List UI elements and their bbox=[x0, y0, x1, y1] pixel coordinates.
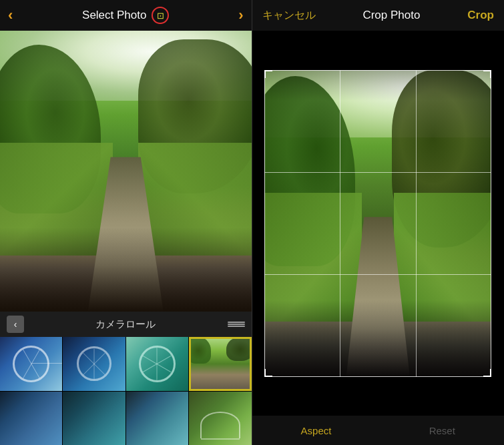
thumb-4-bg bbox=[189, 337, 251, 391]
crop-icon: ⊡ bbox=[157, 11, 164, 21]
gallery-header: ‹ カメラロール bbox=[0, 312, 252, 337]
main-photo-canvas bbox=[0, 31, 252, 312]
gallery-thumb-1[interactable] bbox=[0, 337, 62, 391]
gallery-area: ‹ カメラロール bbox=[0, 312, 252, 445]
crop-area[interactable] bbox=[252, 31, 505, 416]
crop-photo-title: Crop Photo bbox=[362, 9, 420, 22]
right-header: キャンセル Crop Photo Crop bbox=[252, 0, 505, 31]
ferris-wheel-icon-2 bbox=[63, 337, 125, 391]
thumb-8-content bbox=[189, 392, 251, 446]
title-area: Select Photo ⊡ bbox=[82, 0, 169, 31]
gallery-menu-button[interactable] bbox=[228, 322, 245, 327]
ferris-circle-2 bbox=[77, 346, 111, 381]
right-panel: キャンセル Crop Photo Crop bbox=[252, 0, 505, 445]
right-footer: Aspect Reset bbox=[252, 416, 505, 445]
gallery-thumb-4[interactable] bbox=[189, 337, 251, 391]
crop-photo-container bbox=[264, 70, 491, 377]
menu-line-2 bbox=[228, 324, 245, 325]
crop-button[interactable]: Crop bbox=[467, 9, 494, 22]
gallery-thumb-7[interactable] bbox=[126, 392, 188, 446]
gallery-thumb-6[interactable] bbox=[63, 392, 125, 446]
crop-photo-bg bbox=[264, 70, 491, 377]
crop-shadow-bottom bbox=[264, 300, 491, 377]
gallery-thumb-8[interactable] bbox=[189, 392, 251, 446]
crop-shadow-top bbox=[264, 70, 491, 101]
cancel-button[interactable]: キャンセル bbox=[262, 9, 316, 23]
gallery-grid bbox=[0, 337, 252, 445]
nav-left-arrow[interactable]: ‹ bbox=[8, 7, 13, 24]
thumb-4-tree-l bbox=[189, 337, 211, 364]
gallery-back-button[interactable]: ‹ bbox=[7, 316, 24, 333]
nav-right-arrow[interactable]: › bbox=[238, 7, 243, 24]
select-photo-title: Select Photo bbox=[82, 0, 146, 31]
gallery-back-icon: ‹ bbox=[14, 319, 17, 330]
ferris-circle-3 bbox=[139, 346, 176, 382]
dome-base bbox=[201, 438, 240, 440]
main-photo-area bbox=[0, 31, 252, 312]
aspect-button[interactable]: Aspect bbox=[301, 425, 332, 436]
photo-shadow bbox=[0, 228, 252, 312]
gallery-thumb-5[interactable] bbox=[0, 392, 62, 446]
gallery-title: カメラロール bbox=[31, 318, 221, 331]
menu-line-3 bbox=[228, 326, 245, 327]
menu-line-1 bbox=[228, 322, 245, 323]
dome-icon bbox=[200, 412, 240, 438]
left-header: ‹ Select Photo ⊡ › bbox=[0, 0, 252, 31]
gallery-thumb-3[interactable] bbox=[126, 337, 188, 391]
ferris-wheel-icon-3 bbox=[126, 337, 188, 391]
ferris-wheel-icon-1 bbox=[0, 337, 62, 391]
ferris-circle-1 bbox=[13, 346, 49, 382]
thumb-4-tree-r bbox=[226, 337, 251, 361]
reset-button[interactable]: Reset bbox=[429, 425, 455, 436]
thumb-4-photo bbox=[189, 337, 251, 391]
crop-icon-circle[interactable]: ⊡ bbox=[152, 7, 169, 24]
left-panel: ‹ Select Photo ⊡ › ‹ カメラロール bbox=[0, 0, 252, 445]
gallery-thumb-2[interactable] bbox=[63, 337, 125, 391]
